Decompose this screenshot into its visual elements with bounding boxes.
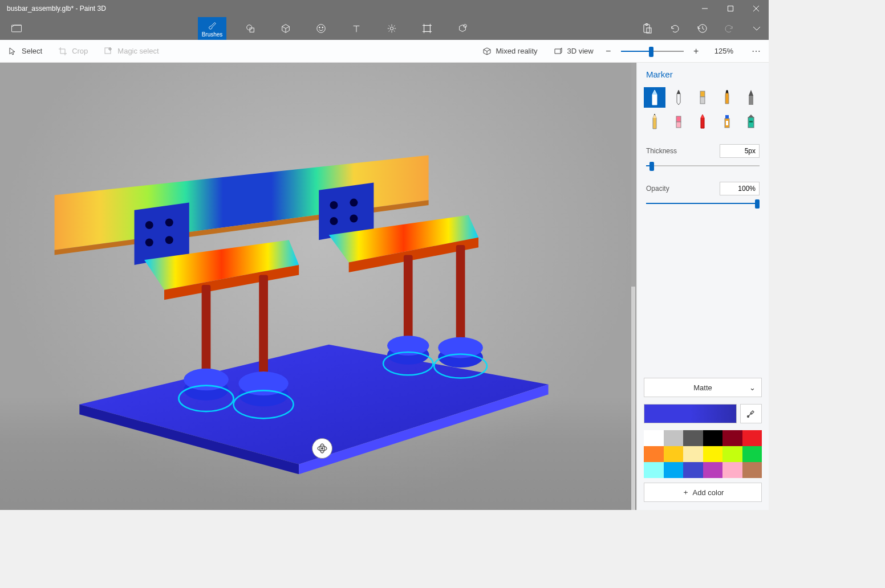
svg-rect-69 (700, 97, 705, 104)
color-swatch[interactable] (722, 462, 742, 478)
opacity-slider[interactable] (646, 198, 760, 209)
tab-canvas[interactable] (416, 17, 439, 40)
brush-watercolor[interactable] (716, 87, 738, 108)
brush-eraser[interactable] (668, 111, 689, 132)
color-swatch[interactable] (703, 430, 723, 446)
color-swatch[interactable] (742, 462, 762, 478)
tab-text[interactable] (345, 17, 368, 40)
select-tool[interactable]: Select (0, 47, 50, 56)
brush-oil[interactable] (692, 87, 713, 108)
color-swatch[interactable] (683, 430, 703, 446)
tab-3d-shapes[interactable] (274, 17, 297, 40)
svg-point-7 (317, 24, 325, 32)
tab-effects[interactable] (380, 17, 403, 40)
crop-tool[interactable]: Crop (50, 47, 96, 56)
main-toolbar: Brushes (0, 17, 769, 40)
color-swatch[interactable] (644, 430, 664, 446)
brush-spray[interactable] (716, 111, 738, 132)
svg-line-16 (394, 31, 395, 32)
zoom-in-button[interactable]: + (689, 44, 703, 58)
history-button[interactable] (693, 20, 711, 37)
close-button[interactable] (743, 0, 769, 17)
svg-rect-78 (749, 121, 753, 122)
thickness-input[interactable] (720, 144, 760, 158)
color-palette (644, 430, 762, 478)
material-dropdown[interactable]: Matte ⌄ (644, 378, 762, 397)
magic-label: Magic select (117, 47, 159, 55)
svg-rect-73 (676, 122, 681, 128)
svg-point-48 (350, 214, 358, 222)
svg-line-18 (389, 31, 390, 32)
svg-rect-51 (404, 255, 413, 344)
side-panel: Marker Thickness Opacity (636, 63, 769, 510)
color-swatch[interactable] (644, 462, 664, 478)
thickness-label: Thickness (646, 147, 677, 155)
svg-point-70 (726, 90, 728, 93)
color-swatch[interactable] (683, 462, 703, 478)
maximize-button[interactable] (717, 0, 743, 17)
eyedropper-button[interactable] (740, 404, 762, 423)
mixed-label: Mixed reality (496, 47, 538, 55)
undo-button[interactable] (666, 20, 683, 37)
window-title: busbar_assembly.glb* - Paint 3D (7, 5, 106, 13)
svg-point-8 (319, 27, 320, 28)
plus-icon: ＋ (682, 487, 689, 497)
mixed-reality-button[interactable]: Mixed reality (474, 47, 546, 56)
magic-select-tool[interactable]: Magic select (96, 47, 167, 56)
color-swatch[interactable] (664, 430, 684, 446)
add-color-button[interactable]: ＋ Add color (644, 483, 762, 502)
brush-marker[interactable] (644, 87, 665, 108)
tab-2d-shapes[interactable] (239, 17, 262, 40)
brush-crayon[interactable] (692, 111, 713, 132)
svg-line-15 (389, 26, 390, 27)
svg-point-38 (145, 221, 153, 229)
brush-grid (637, 87, 769, 140)
expand-button[interactable] (748, 20, 765, 37)
vertical-scrollbar[interactable] (631, 63, 635, 510)
menu-button[interactable] (0, 17, 33, 40)
svg-rect-1 (728, 6, 733, 11)
color-swatch[interactable] (703, 446, 723, 462)
brush-fill[interactable] (740, 111, 762, 132)
svg-line-17 (394, 26, 395, 27)
zoom-slider[interactable] (621, 44, 684, 58)
tab-3d-library[interactable] (451, 17, 474, 40)
tab-brushes[interactable]: Brushes (198, 17, 226, 40)
brush-pixel-pen[interactable] (740, 87, 762, 108)
thickness-slider[interactable] (646, 160, 760, 172)
color-swatch[interactable] (664, 462, 684, 478)
color-swatch[interactable] (722, 446, 742, 462)
svg-point-46 (350, 198, 358, 206)
3dview-label: 3D view (567, 47, 594, 55)
opacity-input[interactable] (720, 182, 760, 195)
sub-toolbar: Select Crop Magic select Mixed reality 3… (0, 40, 769, 63)
minimize-button[interactable] (692, 0, 717, 17)
svg-point-71 (654, 114, 655, 115)
color-swatch[interactable] (664, 446, 684, 462)
current-color-swatch[interactable] (644, 404, 737, 423)
color-swatch[interactable] (644, 446, 664, 462)
color-swatch[interactable] (703, 462, 723, 478)
chevron-down-icon: ⌄ (749, 383, 756, 392)
tab-label: Brushes (202, 31, 223, 38)
busbar-3d-model[interactable] (13, 125, 585, 474)
tab-stickers[interactable] (310, 17, 332, 40)
more-button[interactable]: ⋯ (744, 46, 769, 56)
brush-calligraphy[interactable] (668, 87, 689, 108)
color-swatch[interactable] (742, 430, 762, 446)
svg-rect-19 (424, 26, 431, 32)
opacity-label: Opacity (646, 185, 669, 193)
svg-rect-72 (676, 116, 681, 122)
brush-pencil[interactable] (644, 111, 665, 132)
3d-view-button[interactable]: 3D view (546, 47, 602, 56)
redo-button[interactable] (721, 20, 738, 37)
color-swatch[interactable] (683, 446, 703, 462)
svg-point-9 (322, 27, 323, 28)
zoom-out-button[interactable]: − (602, 44, 615, 58)
canvas-3d-viewport[interactable] (0, 63, 636, 510)
color-swatch[interactable] (742, 446, 762, 462)
orbit-button[interactable] (312, 438, 332, 459)
paste-button[interactable] (639, 20, 656, 37)
select-label: Select (22, 47, 42, 55)
color-swatch[interactable] (722, 430, 742, 446)
